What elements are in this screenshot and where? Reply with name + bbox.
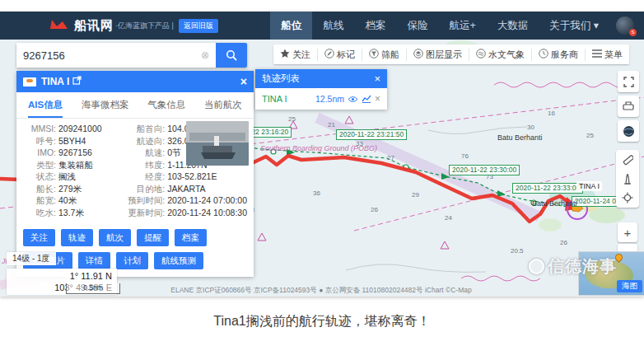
toolbar-star[interactable]: 关注: [273, 49, 317, 61]
menu-icon: [592, 49, 602, 59]
funnel-icon: [369, 49, 379, 60]
track-timestamp-label: 2020-11-22 23:30:00: [449, 165, 520, 175]
track-row[interactable]: TINA I 12.5nm ×: [255, 88, 387, 110]
tab-3[interactable]: 当前航次: [204, 92, 242, 118]
toolbar-menu[interactable]: 菜单: [585, 49, 629, 61]
action-button-计划[interactable]: 计划: [116, 252, 148, 269]
ship-info-panel: TINA I × AIS信息海事微档案气象信息当前航次 MMSI:2092410…: [16, 71, 254, 277]
article-caption: Tina1搁浅前的航行轨迹，堪称离奇！: [0, 313, 644, 330]
field-label: 船长:: [23, 183, 56, 195]
speed-chart-icon[interactable]: [362, 95, 371, 103]
track-list-panel: 轨迹列表 × TINA I 12.5nm ×: [255, 69, 387, 110]
field-value: 13.7米: [58, 207, 84, 219]
depth-sounding: 21: [328, 121, 335, 129]
globe-mode-button[interactable]: [618, 120, 639, 142]
search-button[interactable]: [216, 43, 247, 68]
search-input[interactable]: [16, 43, 194, 68]
field-row: 目的地:JAKARTA: [122, 183, 247, 195]
track-ship-name: TINA I: [262, 94, 287, 104]
depth-sounding: 25: [288, 115, 296, 123]
ship-search: ⊗: [16, 43, 247, 68]
water-icon: [476, 49, 486, 60]
back-old-version-button[interactable]: 返回旧版: [179, 19, 218, 33]
field-row: 更新时间:2020-11-24 10:08:30: [122, 207, 247, 219]
close-icon[interactable]: ×: [374, 72, 380, 85]
nautical-chart-map[interactable]: 252133272976733016252426362831242220.526…: [0, 40, 644, 297]
chart-toggle-button[interactable]: 海图: [617, 280, 642, 292]
eye-icon[interactable]: [348, 96, 358, 103]
ruler-icon[interactable]: [622, 154, 633, 166]
toolbar-label: 服务商: [551, 49, 578, 61]
field-row: 吃水:13.7米: [23, 207, 122, 219]
top-navbar: 船讯网 ·亿海蓝旗下产品 | 返回旧版 船位航线档案保险航运+大数据关于我们 ▾…: [0, 12, 644, 40]
zoom-level-indicator: 14级 - 1度: [7, 252, 56, 265]
nav-item-4[interactable]: 航运+: [438, 12, 486, 40]
depth-sounding: 26: [371, 206, 378, 213]
chart-area-name: Southern Boarding Ground (POBG): [260, 144, 377, 152]
print-screenshot-button[interactable]: [618, 96, 639, 117]
nav-item-3[interactable]: 保险: [396, 12, 438, 40]
nav-item-1[interactable]: 航线: [312, 12, 354, 40]
locate-icon[interactable]: [622, 192, 633, 203]
action-button-航次[interactable]: 航次: [99, 229, 131, 246]
overview-minimap[interactable]: 海图: [578, 251, 644, 296]
toolbar-water[interactable]: 水文气象: [469, 49, 531, 61]
toolbar-pencil[interactable]: 标记: [317, 49, 362, 61]
toolbar-funnel[interactable]: 筛船: [362, 49, 406, 61]
field-label: 状态:: [23, 171, 56, 183]
depth-sounding: 36: [313, 189, 320, 197]
track-panel-title: 轨迹列表: [262, 72, 300, 85]
action-button-档案[interactable]: 档案: [175, 229, 207, 246]
track-timestamp-label: 2020-11-22 23:21:50: [336, 129, 407, 140]
map-scale-bar: 0.5nm: [66, 283, 120, 294]
place-name-label: Batu Berhanti: [532, 199, 577, 208]
field-label: 船宽:: [23, 194, 56, 207]
ship-panel-tabs: AIS信息海事微档案气象信息当前航次: [16, 92, 254, 119]
tab-1[interactable]: 海事微档案: [82, 92, 129, 118]
close-icon[interactable]: ×: [240, 75, 247, 88]
field-label: 吃水:: [23, 207, 56, 219]
latitude-readout: 1° 11.91 N: [12, 270, 112, 282]
user-avatar[interactable]: S: [616, 16, 634, 35]
depth-sounding: 26: [560, 239, 567, 246]
toolbar-label: 图层显示: [426, 49, 462, 61]
field-value: 40米: [58, 194, 77, 207]
lighthouse-icon[interactable]: [623, 173, 632, 185]
nav-item-2[interactable]: 档案: [354, 12, 396, 40]
nav-item-0[interactable]: 船位: [270, 12, 312, 40]
zoom-in-button[interactable]: +: [618, 222, 637, 242]
app-screenshot: 船讯网 ·亿海蓝旗下产品 | 返回旧版 船位航线档案保险航运+大数据关于我们 ▾…: [0, 12, 644, 297]
page: 船讯网 ·亿海蓝旗下产品 | 返回旧版 船位航线档案保险航运+大数据关于我们 ▾…: [0, 0, 644, 346]
open-external-icon[interactable]: [72, 76, 82, 87]
remove-track-icon[interactable]: ×: [375, 93, 380, 105]
fullscreen-button[interactable]: [618, 71, 639, 92]
action-button-提醒[interactable]: 提醒: [137, 229, 169, 246]
ais-info-body: MMSI:209241000呼号:5BYH4IMO:9267156类型:集装箱船…: [16, 119, 254, 218]
toolbar-label: 关注: [292, 49, 310, 61]
field-value: 2020-11-24 10:08:30: [167, 207, 247, 219]
ship-panel-header: TINA I ×: [16, 71, 254, 92]
depth-sounding: 20.5: [511, 247, 524, 255]
toolbar-layers[interactable]: 图层显示: [406, 49, 469, 61]
action-button-轨迹[interactable]: 轨迹: [61, 229, 93, 246]
field-label: 经度:: [122, 171, 165, 183]
field-value: 5BYH4: [58, 135, 86, 147]
field-value: 9267156: [58, 147, 92, 159]
nav-item-5[interactable]: 大数据: [487, 12, 539, 40]
brand-name: 船讯网: [74, 18, 114, 34]
action-button-关注[interactable]: 关注: [23, 229, 55, 246]
field-value: 279米: [58, 183, 82, 195]
tab-2[interactable]: 气象信息: [147, 92, 185, 118]
field-label: 类型:: [23, 159, 56, 171]
tab-0[interactable]: AIS信息: [28, 92, 63, 118]
toolbar-label: 标记: [337, 49, 355, 61]
action-button-详情[interactable]: 详情: [78, 252, 110, 269]
toolbar-service[interactable]: 服务商: [531, 49, 585, 61]
field-label: MMSI:: [23, 123, 56, 135]
nav-item-6[interactable]: 关于我们 ▾: [539, 12, 609, 40]
action-button-航线预测[interactable]: 航线预测: [154, 252, 203, 269]
field-row: 船宽:40米: [23, 194, 122, 207]
depth-sounding: 76: [461, 152, 469, 160]
clear-search-icon[interactable]: ⊗: [194, 43, 216, 68]
ship-photo[interactable]: [186, 121, 249, 166]
